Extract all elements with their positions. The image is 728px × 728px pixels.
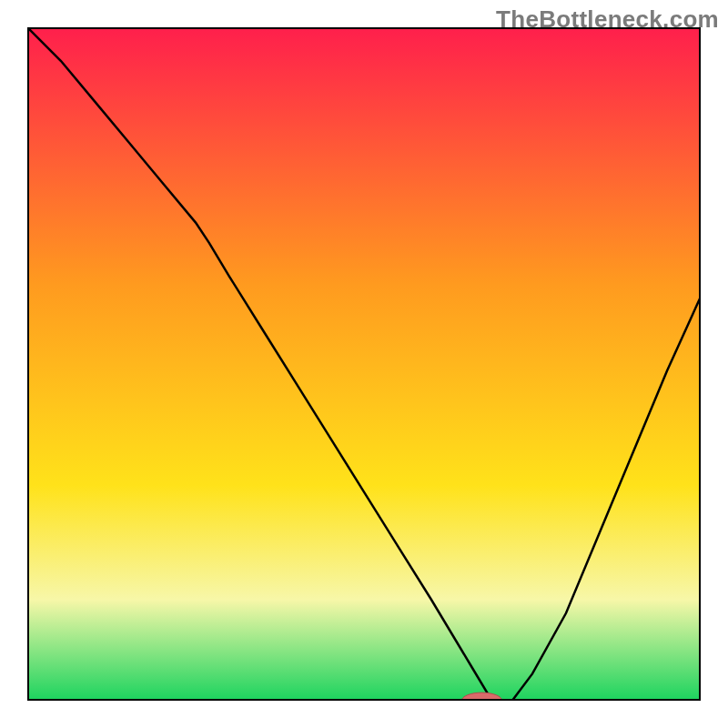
plot-area bbox=[27, 27, 701, 701]
chart-svg bbox=[27, 27, 701, 701]
watermark-text: TheBottleneck.com bbox=[496, 5, 719, 34]
chart-stage: TheBottleneck.com bbox=[0, 0, 728, 728]
gradient-background bbox=[27, 27, 701, 701]
